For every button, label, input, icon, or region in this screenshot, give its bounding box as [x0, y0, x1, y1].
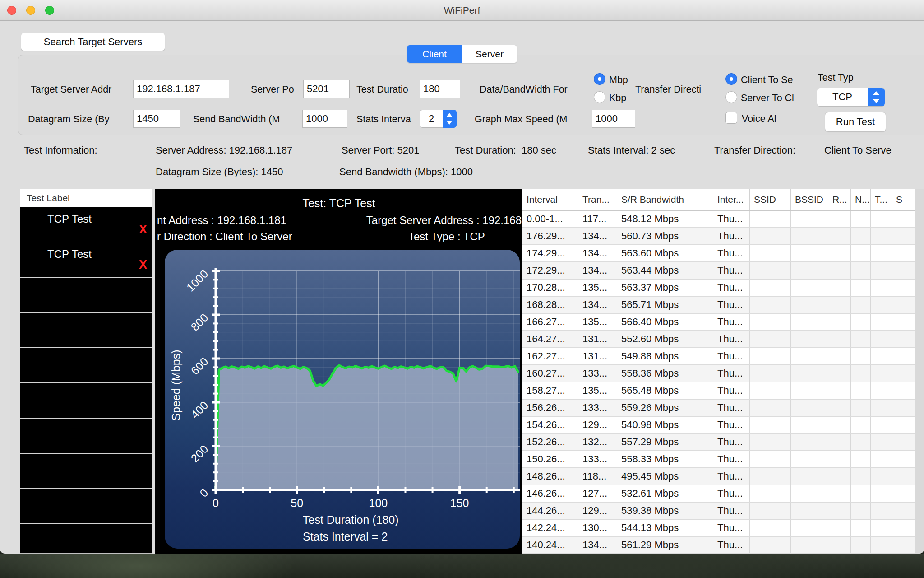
table-row[interactable]: 164.27...131...552.60 MbpsThu... [522, 331, 915, 348]
test-list-item[interactable] [20, 313, 152, 348]
test-type-label: Test Typ [818, 72, 867, 84]
table-cell: 174.29... [522, 245, 578, 261]
info-stats-interval: Stats Interval: 2 sec [588, 144, 675, 156]
test-type-dropdown[interactable]: TCP [817, 88, 885, 107]
table-cell [871, 537, 892, 553]
table-row[interactable]: 174.29...134...563.60 MbpsThu... [522, 245, 915, 262]
table-cell [871, 417, 892, 433]
client-server-segmented-control: Client Server [407, 45, 517, 63]
chart-target-server-address: Target Server Address : 192.168 [366, 214, 522, 227]
datagram-size-field[interactable] [133, 110, 180, 128]
table-row[interactable]: 162.27...131...549.88 MbpsThu... [522, 348, 915, 365]
run-test-button[interactable]: Run Test [825, 112, 886, 132]
test-list-header[interactable]: Test Label [20, 189, 152, 207]
column-header[interactable]: Tran... [578, 189, 617, 210]
table-cell [892, 280, 915, 296]
table-cell [851, 503, 871, 519]
column-header[interactable]: Inter... [713, 189, 750, 210]
kbps-radio[interactable] [594, 91, 605, 103]
table-cell [892, 520, 915, 536]
delete-test-button[interactable]: X [133, 223, 152, 237]
table-cell [851, 262, 871, 279]
table-cell: 548.12 Mbps [617, 211, 713, 227]
table-row[interactable]: 146.26...127...532.61 MbpsThu... [522, 485, 915, 503]
voice-alert-checkbox[interactable] [725, 112, 737, 124]
table-cell [871, 314, 892, 330]
table-cell: 162.27... [522, 348, 578, 364]
test-list-item[interactable] [20, 348, 152, 383]
test-duration-field[interactable] [420, 80, 460, 98]
table-row[interactable]: 166.27...135...566.40 MbpsThu... [522, 314, 915, 331]
column-header[interactable]: S [892, 189, 915, 210]
results-table-header: IntervalTran...S/R BandwidthInter...SSID… [522, 189, 915, 211]
column-header[interactable]: SSID [750, 189, 791, 210]
column-header[interactable]: R... [828, 189, 851, 210]
table-row[interactable]: 168.28...134...565.71 MbpsThu... [522, 297, 915, 314]
target-server-address-field[interactable] [133, 80, 229, 98]
table-cell: Thu... [713, 520, 750, 536]
bandwidth-format-label: Data/BandWidth For [480, 84, 594, 95]
transfer-direction-label: Transfer Directi [635, 84, 725, 95]
column-header[interactable]: T... [871, 189, 892, 210]
table-cell [851, 485, 871, 502]
table-row[interactable]: 154.26...129...540.98 MbpsThu... [522, 417, 915, 434]
test-list-item[interactable] [20, 524, 152, 554]
table-row[interactable]: 160.27...133...558.36 MbpsThu... [522, 365, 915, 382]
table-cell [828, 228, 851, 244]
test-list-item[interactable] [20, 278, 152, 313]
table-row[interactable]: 170.28...135...563.37 MbpsThu... [522, 280, 915, 297]
search-target-servers-button[interactable]: Search Target Servers [21, 33, 165, 51]
svg-text:800: 800 [188, 311, 210, 333]
client-to-server-radio[interactable] [725, 73, 737, 85]
test-list-item[interactable]: TCP TestX [20, 207, 152, 242]
table-cell [750, 417, 791, 433]
test-list-item[interactable]: TCP TestX [20, 242, 152, 278]
column-header[interactable]: N... [851, 189, 871, 210]
table-cell [851, 245, 871, 261]
table-row[interactable]: 150.26...133...558.33 MbpsThu... [522, 451, 915, 468]
table-row[interactable]: 176.29...134...560.73 MbpsThu... [522, 228, 915, 245]
chart-test-type: Test Type : TCP [408, 230, 485, 243]
table-row[interactable]: 172.29...134...563.44 MbpsThu... [522, 262, 915, 280]
column-header[interactable]: BSSID [791, 189, 828, 210]
column-header[interactable]: Interval [522, 189, 578, 210]
test-list-item[interactable] [20, 419, 152, 454]
test-list-rows: TCP TestXTCP TestX [20, 207, 152, 554]
table-row[interactable]: 140.24...134...561.29 MbpsThu... [522, 537, 915, 554]
table-row[interactable]: 144.26...129...539.38 MbpsThu... [522, 503, 915, 520]
tab-server[interactable]: Server [462, 45, 517, 63]
table-row[interactable]: 148.26...118...495.45 MbpsThu... [522, 468, 915, 485]
test-list-item[interactable] [20, 454, 152, 489]
table-cell: 131... [578, 348, 617, 364]
column-header[interactable]: S/R Bandwidth [617, 189, 713, 210]
chart-test-title: Test: TCP Test [155, 197, 522, 210]
vertical-scrollbar[interactable] [915, 189, 924, 554]
test-list-item[interactable] [20, 489, 152, 524]
table-cell: 176.29... [522, 228, 578, 244]
test-item-label[interactable]: TCP Test [20, 213, 119, 225]
tab-client[interactable]: Client [407, 45, 462, 63]
table-cell [791, 417, 828, 433]
server-port-field[interactable] [303, 80, 350, 98]
table-cell: 566.40 Mbps [617, 314, 713, 330]
stepper-arrows-icon[interactable] [443, 110, 457, 128]
table-row[interactable]: 142.24...130...544.13 MbpsThu... [522, 520, 915, 537]
mbps-radio[interactable] [594, 73, 605, 85]
test-list-item[interactable] [20, 383, 152, 419]
table-cell: Thu... [713, 451, 750, 467]
send-bandwidth-field[interactable] [302, 110, 347, 128]
graph-max-speed-field[interactable] [592, 110, 635, 128]
test-item-label[interactable]: TCP Test [20, 248, 119, 261]
table-cell: 133... [578, 400, 617, 416]
table-row[interactable]: 158.27...135...565.48 MbpsThu... [522, 382, 915, 400]
table-cell [791, 331, 828, 347]
column-divider[interactable] [119, 191, 119, 205]
table-row[interactable]: 156.26...133...559.26 MbpsThu... [522, 400, 915, 417]
test-label-column-header[interactable]: Test Label [20, 189, 152, 207]
delete-test-button[interactable]: X [133, 258, 152, 272]
table-cell: 150.26... [522, 451, 578, 467]
table-row[interactable]: 0.00-1...117...548.12 MbpsThu... [522, 211, 915, 228]
server-to-client-radio[interactable] [725, 91, 737, 103]
table-row[interactable]: 152.26...132...557.29 MbpsThu... [522, 434, 915, 451]
table-cell [828, 262, 851, 279]
